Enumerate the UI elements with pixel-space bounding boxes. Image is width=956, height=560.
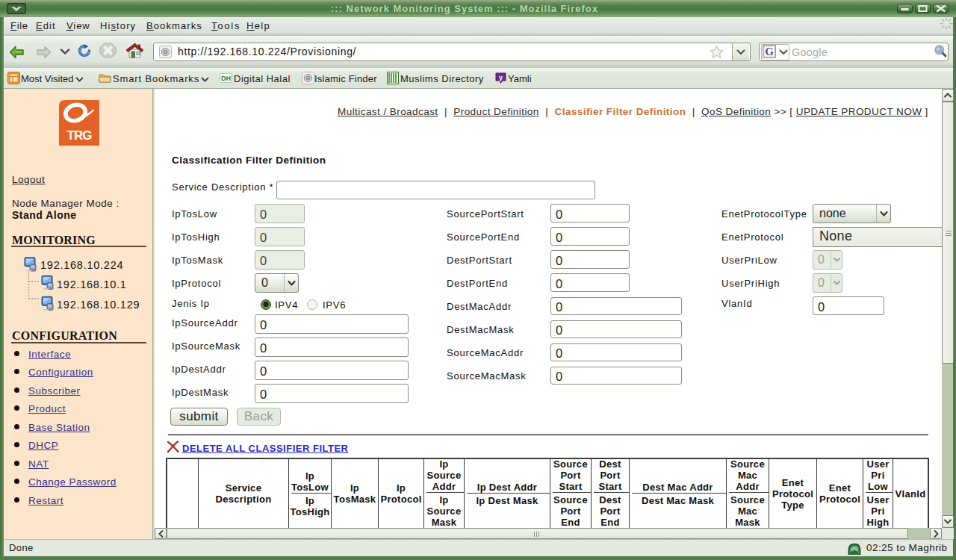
svg-text:y: y <box>499 74 503 81</box>
svg-text:DH: DH <box>221 75 231 82</box>
svg-text:TRG: TRG <box>67 128 93 143</box>
svg-text:G: G <box>765 46 774 57</box>
